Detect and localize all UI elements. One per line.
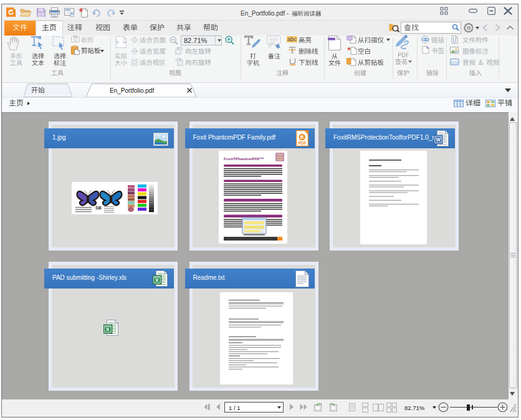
svg-text:PDF: PDF xyxy=(298,141,306,145)
svg-text:abc: abc xyxy=(287,36,297,42)
svg-text:Foxit®PhantomPDF™: Foxit®PhantomPDF™ xyxy=(224,156,264,161)
svg-text:SB: SB xyxy=(95,206,102,210)
